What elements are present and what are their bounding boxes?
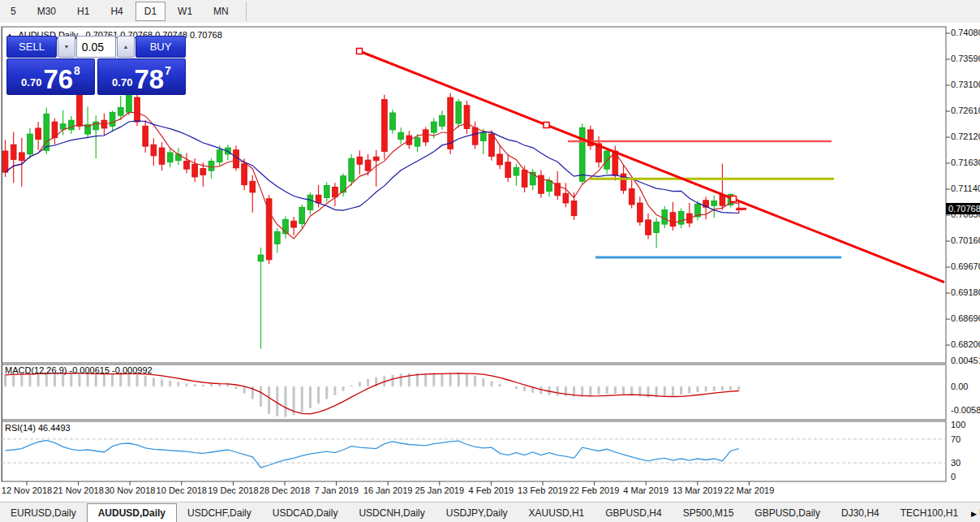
volume-increase-button[interactable]: ▲ — [117, 36, 135, 58]
candle-body[interactable] — [670, 213, 676, 226]
candle-body[interactable] — [423, 130, 428, 142]
candle-body[interactable] — [464, 106, 470, 129]
candle-body[interactable] — [456, 101, 462, 123]
candle-body[interactable] — [234, 150, 239, 168]
candle-body[interactable] — [118, 107, 123, 115]
candle-body[interactable] — [448, 97, 453, 149]
volume-decrease-button[interactable]: ▼ — [58, 36, 75, 58]
candle-body[interactable] — [159, 148, 165, 164]
tab-sp500-m15[interactable]: SP500,M15 — [673, 504, 745, 522]
tab-eurusd-daily[interactable]: EURUSD,Daily — [0, 504, 87, 522]
candle-body[interactable] — [555, 183, 561, 196]
candle-body[interactable] — [192, 164, 198, 177]
candle-body[interactable] — [151, 145, 157, 156]
tab-usdchf-daily[interactable]: USDCHF,Daily — [177, 504, 262, 522]
tab-gbpusd-daily[interactable]: GBPUSD,Daily — [744, 504, 831, 522]
trendline-handle[interactable] — [357, 49, 363, 54]
tab-usdcad-daily[interactable]: USDCAD,Daily — [262, 504, 349, 522]
sell-button[interactable]: SELL — [6, 36, 57, 58]
candle-body[interactable] — [60, 124, 66, 130]
candle-body[interactable] — [127, 93, 132, 113]
candle-body[interactable] — [654, 222, 660, 233]
candle-body[interactable] — [242, 164, 247, 185]
candle-body[interactable] — [415, 138, 420, 146]
candle-body[interactable] — [28, 134, 33, 154]
candle-body[interactable] — [184, 161, 190, 169]
date-label[interactable]: 12 Nov 2018 — [2, 485, 52, 495]
date-label[interactable]: 4 Mar 2019 — [623, 485, 668, 495]
candle-body[interactable] — [258, 255, 264, 261]
date-label[interactable]: 22 Feb 2019 — [570, 485, 620, 495]
candle-body[interactable] — [167, 153, 173, 162]
date-label[interactable]: 16 Jan 2019 — [363, 485, 413, 495]
trendline-handle[interactable] — [731, 196, 737, 202]
candle-body[interactable] — [431, 122, 436, 132]
candle-body[interactable] — [522, 170, 527, 188]
candle-body[interactable] — [36, 128, 41, 140]
tab-xauusd-h1[interactable]: XAUUSD,H1 — [518, 504, 595, 522]
candle-body[interactable] — [316, 195, 321, 203]
candle-body[interactable] — [472, 127, 478, 145]
buy-button[interactable]: BUY — [135, 36, 186, 58]
candle-body[interactable] — [571, 201, 577, 215]
candle-body[interactable] — [208, 161, 214, 170]
candle-body[interactable] — [250, 181, 256, 192]
tab-gbpusd-h4[interactable]: GBPUSD,H4 — [595, 504, 672, 522]
rsi-pane[interactable] — [2, 421, 946, 481]
tab-usdjpy-daily[interactable]: USDJPY,Daily — [436, 504, 518, 522]
candle-body[interactable] — [274, 231, 280, 244]
candle-body[interactable] — [217, 150, 222, 162]
candle-body[interactable] — [143, 126, 148, 146]
date-label[interactable]: 10 Dec 2018 — [157, 485, 207, 495]
candle-body[interactable] — [440, 115, 445, 126]
volume-input[interactable]: 0.05 — [76, 36, 116, 58]
date-label[interactable]: 7 Jan 2019 — [314, 485, 358, 495]
date-label[interactable]: 4 Feb 2019 — [469, 485, 514, 495]
candle-body[interactable] — [579, 127, 585, 181]
date-label[interactable]: 30 Nov 2018 — [105, 485, 155, 495]
candle-body[interactable] — [637, 203, 643, 222]
candle-body[interactable] — [480, 132, 486, 140]
candle-body[interactable] — [514, 167, 519, 175]
candle-body[interactable] — [324, 185, 329, 197]
date-label[interactable]: 28 Dec 2018 — [260, 485, 310, 495]
candle-body[interactable] — [497, 154, 503, 165]
sell-price-display[interactable]: 0.70 76 8 — [6, 58, 95, 95]
candle-body[interactable] — [77, 93, 83, 126]
candle-body[interactable] — [200, 169, 206, 175]
candle-body[interactable] — [2, 151, 8, 172]
candle-body[interactable] — [678, 211, 684, 224]
candle-body[interactable] — [489, 134, 495, 156]
buy-price-display[interactable]: 0.70 78 7 — [97, 58, 186, 95]
tab-dj30-h4[interactable]: DJ30,H4 — [831, 504, 890, 522]
tab-tech100-h1[interactable]: TECH100,H1 — [890, 504, 969, 522]
candle-body[interactable] — [629, 188, 634, 205]
trendline-handle[interactable] — [544, 123, 549, 128]
candle-body[interactable] — [19, 153, 24, 161]
candle-body[interactable] — [110, 112, 115, 126]
tab-scroll-right-icon[interactable]: ▶ — [971, 510, 977, 518]
candle-body[interactable] — [390, 113, 396, 130]
candle-body[interactable] — [547, 181, 552, 192]
candle-body[interactable] — [11, 145, 16, 159]
candle-body[interactable] — [563, 193, 569, 203]
candle-body[interactable] — [307, 195, 313, 209]
candle-body[interactable] — [68, 120, 74, 130]
date-label[interactable]: 13 Mar 2019 — [673, 485, 723, 495]
date-label[interactable]: 13 Feb 2019 — [518, 485, 568, 495]
date-label[interactable]: 21 Nov 2018 — [53, 485, 103, 495]
candle-body[interactable] — [299, 207, 305, 223]
date-label[interactable]: 22 Mar 2019 — [724, 485, 775, 495]
date-label[interactable]: 19 Dec 2018 — [208, 485, 258, 495]
candle-body[interactable] — [135, 97, 140, 122]
candle-body[interactable] — [373, 157, 379, 161]
candle-body[interactable] — [711, 201, 717, 205]
date-label[interactable]: 25 Jan 2019 — [415, 485, 465, 495]
candle-body[interactable] — [291, 221, 297, 227]
tab-usdcnh-daily[interactable]: USDCNH,Daily — [348, 504, 435, 522]
candle-body[interactable] — [357, 157, 363, 164]
tab-audusd-daily[interactable]: AUDUSD,Daily — [87, 503, 177, 522]
candle-body[interactable] — [646, 220, 651, 235]
candle-body[interactable] — [349, 158, 355, 181]
candle-body[interactable] — [662, 210, 668, 225]
